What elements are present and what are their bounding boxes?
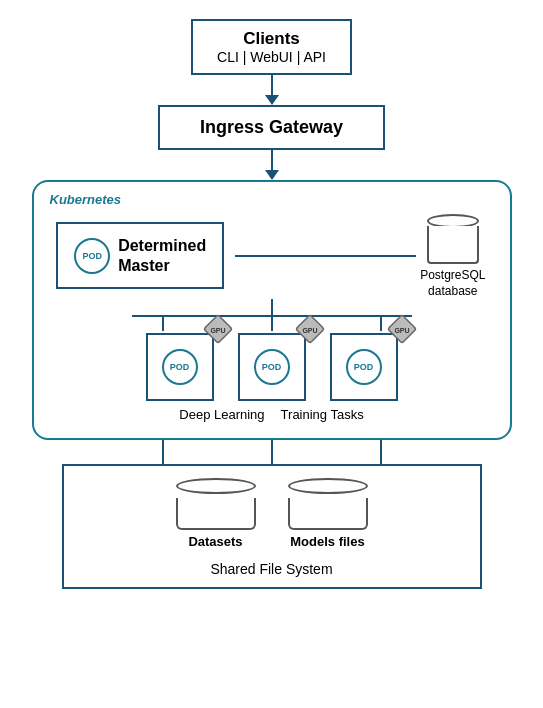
shared-filesystem-container: Datasets Models files Shared File System (62, 464, 482, 589)
svg-text:GPU: GPU (394, 327, 409, 334)
models-cyl-body (288, 498, 368, 530)
worker-pod-badge-2: POD (254, 349, 290, 385)
master-vertical-line (271, 299, 273, 315)
database-label: PostgreSQL database (420, 268, 485, 299)
deep-learning-label: Deep Learning (179, 407, 264, 422)
kubernetes-label: Kubernetes (50, 192, 122, 207)
master-box: POD DeterminedMaster (56, 222, 224, 288)
clients-title: Clients (217, 29, 326, 49)
gpu-icon-1: GPU (200, 311, 236, 351)
worker-1: GPU POD (146, 333, 214, 401)
master-db-connector (235, 255, 416, 257)
datasets-cyl-top (176, 478, 256, 494)
clients-box: Clients CLI | WebUI | API (191, 19, 352, 75)
datasets-cyl-body (176, 498, 256, 530)
clients-subtitle: CLI | WebUI | API (217, 49, 326, 65)
worker-labels: Deep Learning Training Tasks (132, 407, 412, 422)
models-cyl-top (288, 478, 368, 494)
models-label: Models files (290, 534, 364, 549)
workers-to-fs-connectors (62, 440, 482, 464)
master-title: DeterminedMaster (118, 236, 206, 274)
architecture-diagram: Clients CLI | WebUI | API Ingress Gatewa… (12, 9, 532, 699)
worker-pod-badge-1: POD (162, 349, 198, 385)
shared-content: Datasets Models files (176, 478, 368, 549)
master-pod-badge: POD (74, 238, 110, 274)
datasets-label: Datasets (188, 534, 242, 549)
worker-pod-badge-3: POD (346, 349, 382, 385)
kubernetes-container: Kubernetes POD DeterminedMaster PostgreS… (32, 180, 512, 440)
worker-2: GPU POD (238, 333, 306, 401)
database-icon (427, 212, 479, 264)
worker-3: GPU POD (330, 333, 398, 401)
datasets-item: Datasets (176, 478, 256, 549)
ingress-title: Ingress Gateway (200, 117, 343, 138)
svg-text:GPU: GPU (210, 327, 225, 334)
gpu-icon-2: GPU (292, 311, 328, 351)
master-row: POD DeterminedMaster PostgreSQL database (50, 212, 494, 299)
database-container: PostgreSQL database (420, 212, 485, 299)
svg-text:GPU: GPU (302, 327, 317, 334)
horizontal-t-bar (132, 315, 412, 317)
workers-row: GPU POD GPU (146, 333, 398, 401)
training-tasks-label: Training Tasks (281, 407, 364, 422)
ingress-gateway-box: Ingress Gateway (158, 105, 385, 150)
arrow-clients-to-ingress (265, 75, 279, 105)
shared-fs-title: Shared File System (210, 561, 332, 577)
models-item: Models files (288, 478, 368, 549)
arrow-ingress-to-k8s (265, 150, 279, 180)
gpu-icon-3: GPU (384, 311, 420, 351)
